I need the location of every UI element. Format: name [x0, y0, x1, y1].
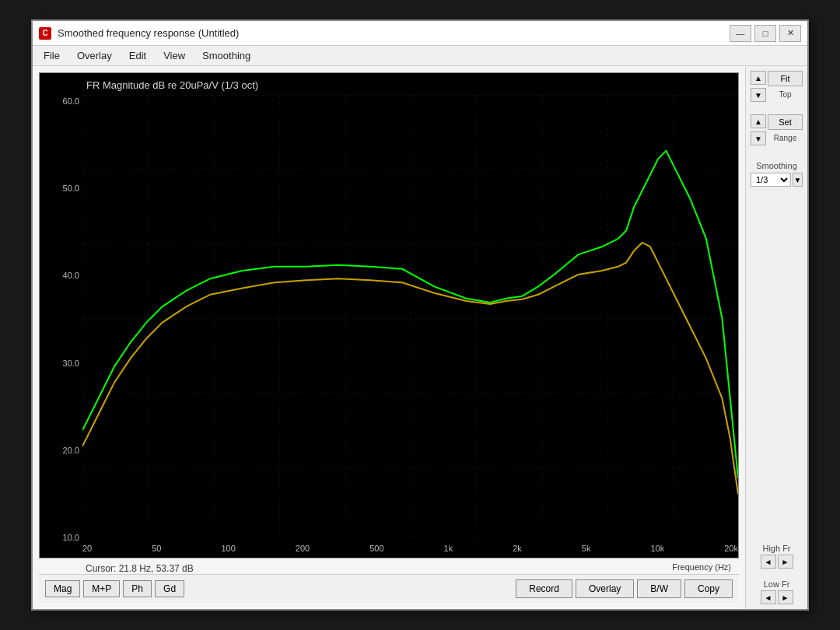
fit-button[interactable]: Fit: [768, 71, 803, 86]
x-axis-unit: Frequency (Hz): [672, 562, 731, 572]
menu-view[interactable]: View: [156, 47, 193, 64]
low-fr-section: Low Fr ◄ ►: [751, 579, 803, 604]
smoothing-section: Smoothing None 1/24 1/12 1/6 1/3 1/2 1/1…: [751, 158, 803, 187]
chart-svg: [82, 95, 738, 542]
x-label-20k: 20k: [724, 544, 738, 556]
window-title: Smoothed frequency response (Untitled): [58, 27, 723, 39]
x-label-1k: 1k: [444, 544, 453, 556]
low-fr-left[interactable]: ◄: [761, 590, 776, 604]
x-label-500: 500: [369, 544, 383, 556]
range-set-row: ▲ Set ▼ Range: [751, 114, 803, 145]
mplus-button[interactable]: M+P: [83, 580, 120, 597]
mag-button[interactable]: Mag: [45, 580, 80, 597]
x-label-10k: 10k: [650, 544, 664, 556]
y-axis: 60.0 50.0 40.0 30.0 20.0 10.0: [40, 73, 82, 558]
y-label-60: 60.0: [40, 96, 82, 106]
low-fr-label: Low Fr: [751, 579, 803, 589]
x-label-5k: 5k: [582, 544, 591, 556]
maximize-button[interactable]: □: [754, 25, 776, 42]
smoothing-down-arrow[interactable]: ▼: [793, 173, 803, 187]
chart-title: FR Magnitude dB re 20uPa/V (1/3 oct): [86, 79, 258, 91]
window-controls: — □ ✕: [730, 25, 801, 42]
svg-rect-4: [82, 95, 738, 542]
chart-area: FR Magnitude dB re 20uPa/V (1/3 oct) ART…: [39, 72, 739, 558]
y-label-20: 20.0: [40, 446, 82, 455]
title-bar: C Smoothed frequency response (Untitled)…: [33, 21, 807, 46]
range-down-arrow[interactable]: ▼: [751, 131, 766, 145]
top-up-arrow[interactable]: ▲: [751, 71, 766, 85]
top-label: Top: [768, 88, 803, 102]
top-fit-row: ▲ Fit ▼ Top: [751, 71, 803, 102]
main-window: C Smoothed frequency response (Untitled)…: [31, 19, 809, 611]
high-fr-right[interactable]: ►: [778, 555, 793, 569]
record-button[interactable]: Record: [516, 579, 572, 598]
x-label-2k: 2k: [513, 544, 522, 556]
menu-bar: File Overlay Edit View Smoothing: [33, 46, 807, 66]
y-label-40: 40.0: [40, 271, 82, 280]
overlay-button[interactable]: Overlay: [576, 579, 634, 598]
copy-button[interactable]: Copy: [684, 579, 733, 598]
bw-button[interactable]: B/W: [637, 579, 681, 598]
x-label-50: 50: [152, 544, 161, 556]
y-label-10: 10.0: [40, 533, 82, 542]
x-axis: 20 50 100 200 500 1k 2k 5k 10k 20k: [82, 542, 738, 558]
y-label-50: 50.0: [40, 184, 82, 193]
range-up-arrow[interactable]: ▲: [751, 114, 766, 128]
low-fr-right[interactable]: ►: [778, 590, 793, 604]
high-fr-label: High Fr: [751, 544, 803, 553]
minimize-button[interactable]: —: [730, 25, 751, 42]
x-label-200: 200: [296, 544, 310, 556]
smoothing-select[interactable]: None 1/24 1/12 1/6 1/3 1/2 1/1: [751, 173, 791, 187]
close-button[interactable]: ✕: [779, 25, 801, 42]
menu-overlay[interactable]: Overlay: [69, 47, 120, 64]
high-fr-section: High Fr ◄ ►: [751, 544, 803, 569]
menu-smoothing[interactable]: Smoothing: [194, 47, 258, 64]
cursor-info: Cursor: 21.8 Hz, 53.37 dB: [86, 563, 194, 574]
top-down-arrow[interactable]: ▼: [751, 88, 766, 102]
gd-button[interactable]: Gd: [155, 580, 184, 597]
y-label-30: 30.0: [40, 359, 82, 368]
right-panel: ▲ Fit ▼ Top ▲ Set: [745, 66, 807, 609]
x-label-20: 20: [82, 544, 92, 556]
main-area: FR Magnitude dB re 20uPa/V (1/3 oct) ART…: [33, 66, 807, 609]
menu-edit[interactable]: Edit: [121, 47, 154, 64]
chart-container: FR Magnitude dB re 20uPa/V (1/3 oct) ART…: [33, 66, 745, 609]
smoothing-label: Smoothing: [751, 161, 803, 170]
x-label-100: 100: [222, 544, 236, 556]
bottom-buttons: Mag M+P Ph Gd Record Overlay B/W Copy: [39, 574, 739, 603]
menu-file[interactable]: File: [36, 47, 68, 64]
set-button[interactable]: Set: [768, 114, 803, 130]
app-icon: C: [39, 27, 51, 40]
high-fr-left[interactable]: ◄: [761, 555, 776, 569]
range-label: Range: [768, 131, 803, 145]
ph-button[interactable]: Ph: [123, 580, 152, 597]
